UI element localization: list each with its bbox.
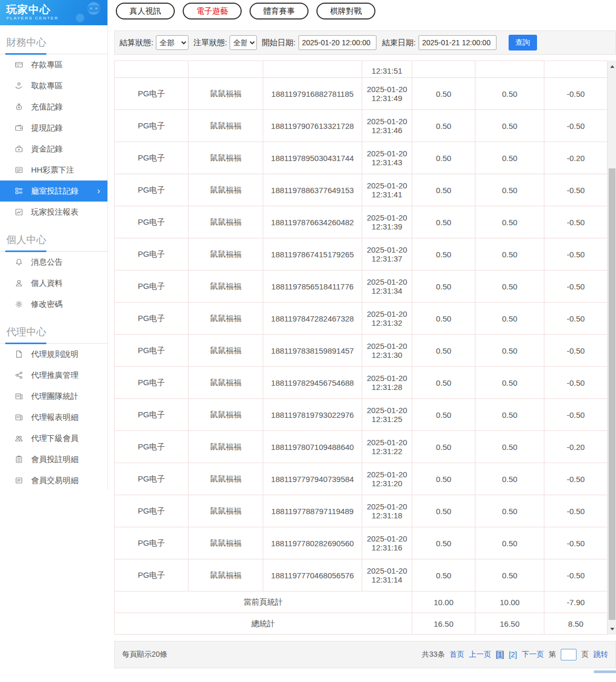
summary-row: 總統計16.5016.508.50 — [115, 613, 608, 635]
cell-game — [188, 61, 263, 78]
cell-date: 2025-01-20 12:31:32 — [362, 303, 412, 335]
cell-order: 1881197838159891457 — [263, 335, 362, 367]
cell-game: 鼠鼠福福 — [188, 206, 263, 238]
cell-bet: 0.50 — [412, 495, 475, 527]
tab[interactable]: 真人視訊 — [116, 3, 175, 19]
cell-order: 1881197907613321728 — [263, 110, 362, 142]
table-row: PG电子鼠鼠福福18811977704680565762025-01-20 12… — [115, 559, 608, 591]
cell-order: 1881197916882781185 — [263, 78, 362, 110]
order-status-select[interactable]: 全部 — [230, 35, 257, 50]
page-number-link[interactable]: [1] — [496, 650, 504, 659]
pagination-controls: 共33条 首页 上一页 [1][2] 下一页 第 页 跳转 — [422, 649, 608, 660]
sidebar-item[interactable]: 提現記錄 — [0, 117, 107, 138]
horizontal-scrollbar-fragment[interactable] — [594, 670, 616, 673]
per-page-text: 每頁顯示20條 — [122, 650, 167, 659]
sidebar-item[interactable]: 代理規則說明 — [0, 344, 107, 365]
cell-bet: 0.50 — [412, 238, 475, 270]
cell-order: 1881197780282690560 — [263, 527, 362, 559]
sidebar-item[interactable]: 代理團隊統計 — [0, 386, 107, 407]
sidebar-item-label: 會員交易明細 — [31, 476, 78, 486]
sidebar-item[interactable]: 修改密碼 — [0, 294, 107, 315]
cell-platform: PG电子 — [115, 174, 188, 206]
scrollbar-thumb[interactable] — [609, 168, 615, 620]
cell-date: 2025-01-20 12:31:16 — [362, 527, 412, 559]
prev-page-link[interactable]: 上一页 — [469, 650, 491, 659]
cell-valid: 0.50 — [475, 367, 544, 399]
cell-date: 2025-01-20 12:31:18 — [362, 495, 412, 527]
cell-win: -0.50 — [544, 206, 608, 238]
total-records-text: 共33条 — [422, 650, 445, 659]
summary-valid: 16.50 — [475, 613, 544, 635]
sidebar-item[interactable]: 會員交易明細 — [0, 470, 107, 491]
sidebar-item-label: HH彩票下注 — [31, 165, 74, 175]
cell-platform: PG电子 — [115, 367, 188, 399]
cell-order: 1881197867415179265 — [263, 238, 362, 270]
end-date-input[interactable] — [419, 35, 496, 50]
jump-page-input[interactable] — [561, 649, 577, 660]
table-row: PG电子鼠鼠福福18811979168827811852025-01-20 12… — [115, 78, 608, 110]
next-page-link[interactable]: 下一页 — [522, 650, 544, 659]
bet-record-icon — [15, 187, 23, 195]
sidebar-item[interactable]: 玩家投注報表 — [0, 202, 107, 223]
bet-detail-icon — [15, 455, 23, 464]
table-row: PG电子鼠鼠福福18811978294567546882025-01-20 12… — [115, 367, 608, 399]
page-number-link[interactable]: [2] — [509, 650, 517, 659]
cell-game: 鼠鼠福福 — [188, 399, 263, 431]
sidebar-item-label: 會員投註明細 — [31, 455, 78, 465]
sidebar-item[interactable]: 代理下級會員 — [0, 428, 107, 449]
cell-date: 2025-01-20 12:31:25 — [362, 399, 412, 431]
end-date-label: 結束日期: — [382, 38, 416, 48]
tab[interactable]: 體育賽事 — [250, 3, 309, 19]
cell-date: 2025-01-20 12:31:30 — [362, 335, 412, 367]
sidebar-item[interactable]: 消息公告 — [0, 252, 107, 273]
vertical-scrollbar[interactable] — [608, 61, 616, 635]
gear-icon — [15, 300, 23, 308]
summary-bet: 16.50 — [412, 613, 475, 635]
sidebar-item-label: 個人資料 — [31, 278, 63, 288]
tab[interactable]: 棋牌對戰 — [316, 3, 375, 19]
cell-date: 2025-01-20 12:31:39 — [362, 206, 412, 238]
cell-date: 2025-01-20 12:31:46 — [362, 110, 412, 142]
scroll-up-icon[interactable] — [608, 62, 616, 71]
settle-status-label: 結算狀態: — [120, 38, 153, 48]
cell-platform: PG电子 — [115, 78, 188, 110]
cell-platform: PG电子 — [115, 270, 188, 303]
table-row: PG电子鼠鼠福福18811979076133217282025-01-20 12… — [115, 110, 608, 142]
cell-order: 1881197895030431744 — [263, 142, 362, 174]
sidebar-item[interactable]: 充值記錄 — [0, 96, 107, 117]
sidebar-item[interactable]: 會員投註明細 — [0, 449, 107, 470]
sidebar-item[interactable]: 存款專區 — [0, 54, 107, 75]
sidebar-item[interactable]: 代理推廣管理 — [0, 365, 107, 386]
cell-win: -0.50 — [544, 270, 608, 303]
sidebar-item[interactable]: HH彩票下注 — [0, 159, 107, 180]
cell-date: 2025-01-20 12:31:41 — [362, 174, 412, 206]
sidebar-item[interactable]: 個人資料 — [0, 273, 107, 294]
cell-game: 鼠鼠福福 — [188, 303, 263, 335]
scroll-down-icon[interactable] — [608, 624, 616, 634]
tab[interactable]: 電子遊藝 — [183, 3, 242, 19]
sidebar-item[interactable]: 廳室投註記錄› — [0, 180, 107, 202]
sidebar-item[interactable]: 取款專區 — [0, 75, 107, 96]
sidebar-item-label: 代理下級會員 — [31, 434, 78, 444]
cell-game: 鼠鼠福福 — [188, 559, 263, 591]
cell-win: -0.50 — [544, 463, 608, 495]
cell-valid: 0.50 — [475, 527, 544, 559]
start-date-input[interactable] — [299, 35, 376, 50]
cell-platform: PG电子 — [115, 399, 188, 431]
cell-game: 鼠鼠福福 — [188, 367, 263, 399]
first-page-link[interactable]: 首页 — [450, 650, 464, 659]
query-button[interactable]: 查詢 — [509, 35, 537, 51]
sidebar-item-label: 存款專區 — [31, 60, 63, 70]
hand-coin-icon — [15, 82, 23, 90]
bank-card-icon — [15, 61, 23, 69]
jump-button[interactable]: 跳转 — [593, 650, 608, 659]
table-row: PG电子鼠鼠福福18811977802826905602025-01-20 12… — [115, 527, 608, 559]
transaction-detail-icon — [15, 476, 23, 485]
summary-row: 當前頁統計10.0010.00-7.90 — [115, 591, 608, 613]
sidebar-item[interactable]: 資金記錄 — [0, 138, 107, 159]
purse-icon — [15, 145, 23, 153]
cell-valid: 0.50 — [475, 270, 544, 303]
settle-status-select[interactable]: 全部 — [156, 35, 188, 50]
sidebar-item[interactable]: 代理報表明細 — [0, 407, 107, 428]
cell-platform: PG电子 — [115, 527, 188, 559]
